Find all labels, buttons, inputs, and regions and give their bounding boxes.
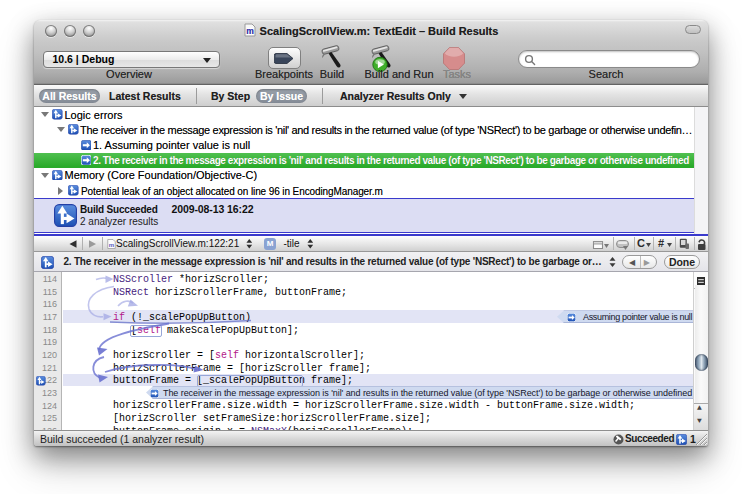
svg-text:m: m xyxy=(108,242,113,248)
svg-text:m: m xyxy=(246,26,254,36)
